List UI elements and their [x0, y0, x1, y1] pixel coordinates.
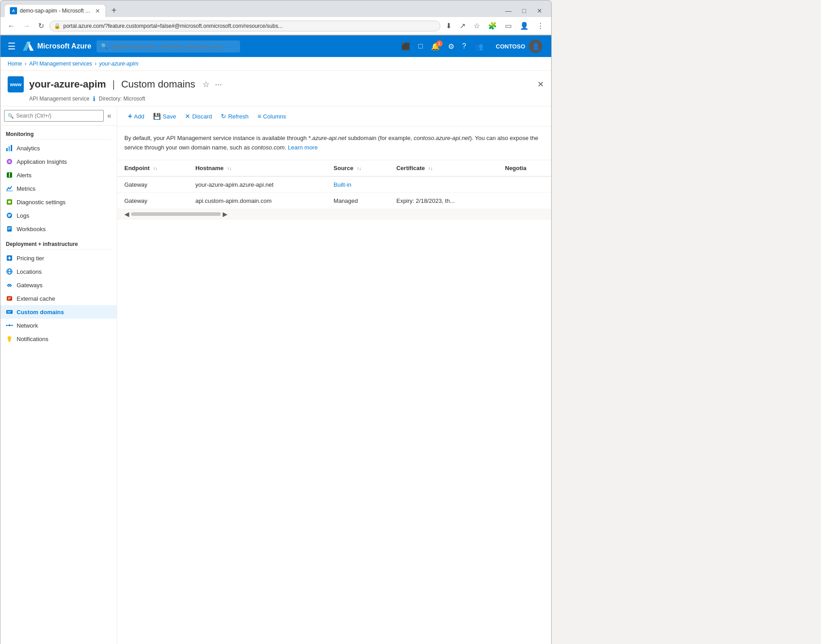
sidebar-item-alerts[interactable]: Alerts	[0, 168, 117, 182]
sidebar-item-logs[interactable]: Logs	[0, 209, 117, 222]
discard-icon: ✕	[185, 113, 190, 120]
row-2-source-badge: Managed	[334, 197, 358, 204]
col-header-hostname[interactable]: Hostname ↑↓	[188, 160, 326, 176]
sidebar-item-custom-domains[interactable]: Custom domains	[0, 305, 117, 319]
col-header-source[interactable]: Source ↑↓	[326, 160, 389, 176]
discard-button[interactable]: ✕ Discard	[181, 110, 215, 122]
metrics-icon	[6, 185, 13, 192]
source-col-label: Source	[334, 165, 353, 171]
breadcrumb-resource[interactable]: your-azure-apim	[99, 61, 138, 67]
refresh-button[interactable]: ↻ Refresh	[217, 110, 252, 122]
hostname-sort-icon: ↑↓	[227, 166, 232, 171]
svg-rect-19	[6, 310, 13, 314]
tab-close-icon[interactable]: ✕	[95, 8, 100, 14]
notifications-label: Notifications	[17, 336, 48, 342]
share-icon[interactable]: ↗	[457, 20, 468, 32]
external-cache-label: External cache	[17, 295, 55, 302]
feedback-button[interactable]: □	[415, 39, 426, 53]
resource-icon: www	[8, 76, 24, 92]
minimize-button[interactable]: —	[500, 5, 517, 16]
columns-button[interactable]: ≡ Columns	[254, 110, 290, 122]
svg-rect-13	[7, 226, 12, 232]
favorite-star-button[interactable]: ☆	[202, 79, 210, 89]
browser-tab[interactable]: A demo-sap-apim - Microsoft Azu... ✕	[4, 4, 106, 17]
table-row[interactable]: Gateway api.custom-apim.domain.com Manag…	[117, 193, 551, 209]
more-options-button[interactable]: ···	[215, 80, 222, 89]
application-insights-icon	[6, 158, 13, 165]
account-area[interactable]: CONTOSO 👤	[492, 38, 546, 55]
sidebar-item-locations[interactable]: Locations	[0, 265, 117, 278]
row-1-source-badge: Built-in	[334, 181, 351, 188]
maximize-button[interactable]: □	[517, 5, 531, 16]
description-text: By default, your API Management service …	[117, 127, 551, 160]
settings-button[interactable]: ⚙	[444, 39, 458, 53]
browser-menu-icon[interactable]: ⋮	[534, 20, 547, 32]
sidebar-toggle[interactable]: ▭	[502, 20, 514, 32]
row-2-endpoint: Gateway	[117, 193, 188, 209]
sidebar-item-notifications[interactable]: Notifications	[0, 332, 117, 346]
sidebar-item-external-cache[interactable]: External cache	[0, 292, 117, 305]
sidebar-item-analytics[interactable]: Analytics	[0, 141, 117, 155]
account-circle-icon[interactable]: 👤	[517, 20, 531, 32]
close-window-button[interactable]: ✕	[531, 5, 548, 16]
svg-rect-4	[9, 146, 10, 151]
learn-more-link[interactable]: Learn more	[288, 144, 317, 151]
svg-point-20	[9, 324, 10, 326]
directory-button[interactable]: 👥	[471, 39, 487, 53]
scroll-left-arrow[interactable]: ◀	[124, 210, 129, 218]
sidebar: 🔍 « Monitoring Analytics	[0, 106, 117, 644]
row-1-certificate	[389, 176, 498, 193]
new-tab-button[interactable]: +	[108, 5, 120, 16]
add-icon: +	[128, 112, 132, 120]
pricing-tier-icon	[6, 254, 13, 262]
sidebar-item-pricing-tier[interactable]: Pricing tier	[0, 251, 117, 265]
reload-button[interactable]: ↻	[35, 20, 47, 32]
help-button[interactable]: ?	[459, 39, 470, 53]
discard-label: Discard	[192, 113, 212, 120]
address-bar[interactable]	[49, 21, 440, 31]
info-icon: ℹ	[93, 95, 95, 102]
sidebar-section-monitoring: Monitoring Analytics Application Insight…	[0, 126, 117, 236]
col-header-certificate[interactable]: Certificate ↑↓	[389, 160, 498, 176]
breadcrumb-home[interactable]: Home	[8, 61, 22, 67]
breadcrumb-sep-2: ›	[95, 61, 97, 67]
breadcrumb-service[interactable]: API Management services	[29, 61, 92, 67]
svg-point-7	[8, 160, 11, 163]
scroll-right-arrow[interactable]: ▶	[223, 210, 228, 218]
extensions-icon[interactable]: 🧩	[485, 20, 500, 32]
row-1-endpoint: Gateway	[117, 176, 188, 193]
sidebar-item-application-insights[interactable]: Application Insights	[0, 155, 117, 168]
sidebar-item-workbooks[interactable]: Workbooks	[0, 222, 117, 236]
sidebar-item-network[interactable]: Network	[0, 319, 117, 332]
col-header-negotiate: Negotia	[498, 160, 551, 176]
sidebar-collapse-button[interactable]: «	[105, 110, 113, 122]
back-button[interactable]: ←	[5, 20, 18, 32]
resource-subtitle: API Management service ℹ Directory: Micr…	[8, 94, 544, 106]
row-2-source: Managed	[326, 193, 389, 209]
sidebar-search-input[interactable]	[4, 110, 104, 122]
table-row[interactable]: Gateway your-azure-apim.azure-api.net Bu…	[117, 176, 551, 193]
col-header-endpoint[interactable]: Endpoint ↑↓	[117, 160, 188, 176]
download-icon[interactable]: ⬇	[443, 20, 454, 32]
row-2-certificate: Expiry: 2/18/2023, th...	[389, 193, 498, 209]
cloud-shell-button[interactable]: ⬛	[398, 39, 414, 53]
global-search[interactable]	[97, 40, 240, 53]
add-button[interactable]: + Add	[124, 110, 148, 123]
table-container: Endpoint ↑↓ Hostname ↑↓ Source ↑↓	[117, 160, 551, 644]
save-button[interactable]: 💾 Save	[149, 110, 180, 122]
horizontal-scrollbar[interactable]	[131, 212, 221, 216]
sidebar-item-gateways[interactable]: Gateways	[0, 278, 117, 292]
refresh-icon: ↻	[221, 113, 226, 120]
sidebar-item-diagnostic-settings[interactable]: Diagnostic settings	[0, 195, 117, 209]
scroll-indicator-row: ◀ ▶	[117, 209, 551, 219]
svg-rect-3	[6, 148, 8, 151]
breadcrumb-sep-1: ›	[25, 61, 26, 67]
negotiate-col-label: Negotia	[505, 165, 527, 171]
forward-button[interactable]: →	[20, 20, 33, 32]
toolbar: + Add 💾 Save ✕ Discard ↻ Refresh ≡ Co	[117, 106, 551, 127]
locations-label: Locations	[17, 268, 42, 275]
favorites-icon[interactable]: ☆	[471, 20, 483, 32]
sidebar-item-metrics[interactable]: Metrics	[0, 182, 117, 195]
close-panel-button[interactable]: ✕	[537, 79, 544, 89]
hamburger-menu[interactable]: ☰	[6, 39, 18, 53]
